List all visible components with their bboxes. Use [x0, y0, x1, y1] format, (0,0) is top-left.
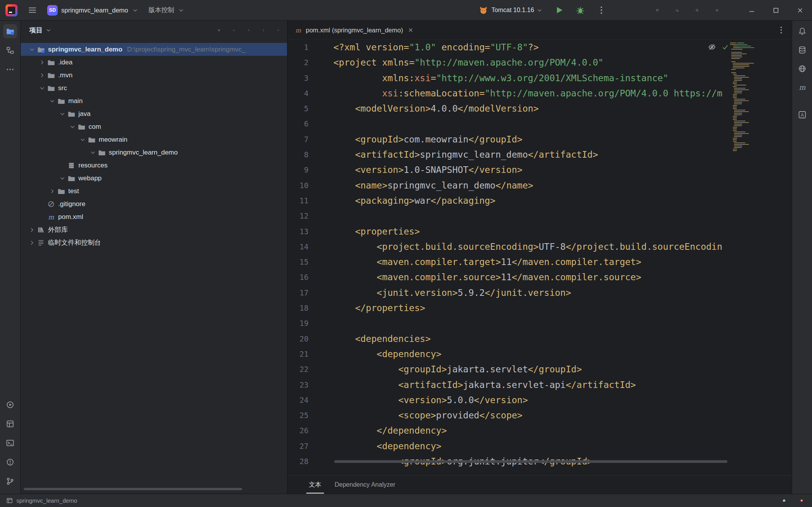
run-button[interactable] [555, 5, 564, 15]
chevron-down-icon[interactable] [69, 123, 76, 130]
line-number[interactable]: 9 [287, 162, 308, 178]
code-line-5[interactable]: 5 <modelVersion>4.0.0</modelVersion> [287, 101, 729, 116]
locate-icon[interactable] [215, 26, 223, 34]
code-line-22[interactable]: 22 <groupId>jakarta.servlet</groupId> [287, 362, 729, 377]
code-line-3[interactable]: 3 xmlns:xsi="http://www.w3.org/2001/XMLS… [287, 71, 729, 86]
red-dot-icon[interactable] [798, 496, 806, 505]
line-number[interactable]: 15 [287, 254, 308, 270]
chevron-right-icon[interactable] [28, 226, 35, 233]
code-line-20[interactable]: 20 <dependencies> [287, 331, 729, 347]
chevron-down-icon[interactable] [89, 149, 96, 156]
tree-item-.gitignore[interactable]: .gitignore [21, 197, 287, 210]
code-line-9[interactable]: 9 <version>1.0-SNAPSHOT</version> [287, 162, 729, 178]
tab-list-icon[interactable] [777, 26, 785, 34]
vcs-widget[interactable]: 版本控制 [149, 6, 184, 14]
settings-icon[interactable] [713, 6, 722, 15]
maven-icon[interactable]: m [795, 80, 809, 94]
add-user-icon[interactable] [653, 6, 662, 15]
more-vertical-icon[interactable] [259, 26, 268, 34]
project-widget[interactable]: SD springmvc_learn_demo [47, 5, 138, 16]
line-number[interactable]: 28 [287, 454, 308, 467]
chevron-down-icon[interactable] [28, 46, 35, 53]
inspections-off-icon[interactable] [708, 43, 716, 51]
code-line-4[interactable]: 4 xsi:schemaLocation="http://maven.apach… [287, 86, 729, 101]
tree-item-pom.xml[interactable]: mpom.xml [21, 210, 287, 223]
debug-button[interactable] [576, 5, 585, 15]
code-line-19[interactable]: 19 [287, 316, 729, 331]
project-panel-title[interactable]: 项目 [29, 26, 52, 35]
notifications-icon[interactable] [795, 24, 809, 38]
tree-item-resources[interactable]: resources [21, 159, 287, 172]
line-number[interactable]: 13 [287, 224, 308, 239]
editor-tab-pom-xml[interactable]: m pom.xml (springmvc_learn_demo) [287, 21, 421, 39]
tree-item-.idea[interactable]: .idea [21, 56, 287, 69]
line-number[interactable]: 18 [287, 301, 308, 316]
line-number[interactable]: 23 [287, 377, 308, 393]
run-icon[interactable] [3, 398, 17, 412]
code-line-7[interactable]: 7 <groupId>com.meowrain</groupId> [287, 132, 729, 147]
chevron-right-icon[interactable] [49, 188, 56, 195]
line-number[interactable]: 14 [287, 239, 308, 254]
chevron-down-icon[interactable] [39, 85, 46, 92]
tree-item-com[interactable]: com [21, 120, 287, 133]
tree-item-外部库[interactable]: 外部库 [21, 223, 287, 236]
expand-all-icon[interactable] [230, 26, 238, 34]
code-line-26[interactable]: 26 </dependency> [287, 423, 729, 438]
code-line-13[interactable]: 13 <properties> [287, 224, 729, 239]
code-line-25[interactable]: 25 <scope>provided</scope> [287, 408, 729, 423]
google-icon[interactable] [780, 496, 788, 505]
code-line-18[interactable]: 18 </properties> [287, 301, 729, 316]
terminal-icon[interactable] [3, 436, 17, 450]
hide-icon[interactable] [274, 26, 282, 34]
code-line-11[interactable]: 11 <packaging>war</packaging> [287, 193, 729, 208]
line-number[interactable]: 8 [287, 147, 308, 162]
code-line-23[interactable]: 23 <artifactId>jakarta.servlet-api</arti… [287, 377, 729, 393]
tab-text[interactable]: 文本 [302, 476, 328, 494]
maximize-button[interactable] [764, 0, 788, 20]
web-icon[interactable] [795, 62, 809, 76]
code-line-2[interactable]: 2<project xmlns="http://maven.apache.org… [287, 55, 729, 70]
tree-item-springmvc_learn_demo[interactable]: springmvc_learn_demoD:\project\spring_mv… [21, 43, 287, 56]
code-line-1[interactable]: 1<?xml version="1.0" encoding="UTF-8"?> [287, 40, 729, 55]
close-button[interactable] [788, 0, 812, 20]
minimap[interactable] [730, 43, 764, 152]
code-line-21[interactable]: 21 <dependency> [287, 347, 729, 362]
run-config-name[interactable]: Tomcat 10.1.16 [491, 7, 534, 14]
tree-item-.mvn[interactable]: .mvn [21, 69, 287, 82]
chevron-down-icon[interactable] [59, 110, 66, 117]
code-line-6[interactable]: 6 [287, 116, 729, 132]
line-number[interactable]: 22 [287, 362, 308, 377]
code-line-17[interactable]: 17 <junit.version>5.9.2</junit.version> [287, 285, 729, 301]
editor-hscrollbar[interactable] [334, 460, 727, 463]
code-line-15[interactable]: 15 <maven.compiler.target>11</maven.comp… [287, 254, 729, 270]
structure-icon[interactable] [3, 43, 17, 57]
more-run-options-icon[interactable] [597, 5, 606, 15]
line-number[interactable]: 5 [287, 101, 308, 116]
line-number[interactable]: 4 [287, 86, 308, 101]
tree-item-springmvc_learn_demo[interactable]: springmvc_learn_demo [21, 146, 287, 159]
chevron-down-icon[interactable] [79, 136, 86, 143]
tree-item-src[interactable]: src [21, 82, 287, 94]
line-number[interactable]: 6 [287, 116, 308, 132]
chevron-right-icon[interactable] [39, 72, 46, 79]
line-number[interactable]: 2 [287, 55, 308, 70]
line-number[interactable]: 19 [287, 316, 308, 331]
problems-icon[interactable] [3, 455, 17, 469]
database-icon[interactable] [795, 43, 809, 57]
line-number[interactable]: 17 [287, 285, 308, 301]
translation-icon[interactable]: A [795, 108, 809, 122]
main-menu-icon[interactable] [28, 5, 37, 15]
search-icon[interactable] [693, 6, 702, 15]
line-number[interactable]: 24 [287, 393, 308, 408]
services-icon[interactable] [3, 417, 17, 431]
line-number[interactable]: 3 [287, 71, 308, 86]
code-line-24[interactable]: 24 <version>5.0.0</version> [287, 393, 729, 408]
minimize-button[interactable] [739, 0, 764, 20]
chevron-down-icon[interactable] [49, 98, 56, 105]
code-line-12[interactable]: 12 [287, 208, 729, 224]
tree-item-临时文件和控制台[interactable]: 临时文件和控制台 [21, 236, 287, 249]
tree-item-meowrain[interactable]: meowrain [21, 133, 287, 146]
tree-item-webapp[interactable]: webapp [21, 172, 287, 185]
line-number[interactable]: 26 [287, 423, 308, 438]
project-panel-hscrollbar[interactable] [24, 488, 242, 490]
